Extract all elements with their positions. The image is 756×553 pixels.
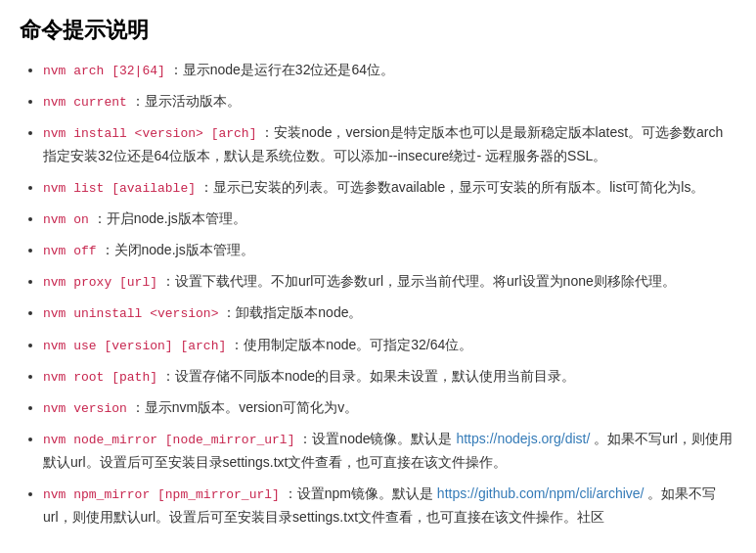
cmd-nvm-arch: nvm arch [32|64] xyxy=(43,64,165,78)
list-item: nvm list [available] ：显示已安装的列表。可选参数avail… xyxy=(43,176,736,200)
desc-nvm-uninstall: ：卸载指定版本node。 xyxy=(222,304,362,320)
list-item: nvm arch [32|64] ：显示node是运行在32位还是64位。 xyxy=(43,59,736,82)
list-item: nvm uninstall <version> ：卸载指定版本node。 xyxy=(43,301,736,325)
cmd-nvm-uninstall: nvm uninstall <version> xyxy=(43,306,218,321)
cmd-nvm-off: nvm off xyxy=(43,244,97,258)
cmd-nvm-npm-mirror: nvm npm_mirror [npm_mirror_url] xyxy=(43,487,280,502)
cmd-nvm-on: nvm on xyxy=(43,212,89,227)
cmd-nvm-version: nvm version xyxy=(43,401,127,416)
desc-nvm-version: ：显示nvm版本。version可简化为v。 xyxy=(131,399,359,415)
list-item: nvm current ：显示活动版本。 xyxy=(43,90,736,114)
desc-nvm-node-mirror-before: ：设置node镜像。默认是 xyxy=(298,431,456,446)
list-item: nvm node_mirror [node_mirror_url] ：设置nod… xyxy=(43,428,736,475)
desc-nvm-current: ：显示活动版本。 xyxy=(131,93,241,109)
list-item: nvm on ：开启node.js版本管理。 xyxy=(43,207,736,231)
desc-nvm-list: ：显示已安装的列表。可选参数available，显示可安装的所有版本。list可… xyxy=(200,179,704,195)
command-list: nvm arch [32|64] ：显示node是运行在32位还是64位。 nv… xyxy=(20,59,736,530)
desc-nvm-npm-mirror-before: ：设置npm镜像。默认是 xyxy=(284,485,437,501)
cmd-nvm-root: nvm root [path] xyxy=(43,370,157,385)
list-item: nvm npm_mirror [npm_mirror_url] ：设置npm镜像… xyxy=(43,483,736,530)
cmd-nvm-node-mirror: nvm node_mirror [node_mirror_url] xyxy=(43,433,294,447)
link-nodejs-dist[interactable]: https://nodejs.org/dist/ xyxy=(456,431,590,446)
desc-nvm-proxy: ：设置下载代理。不加url可选参数url，显示当前代理。将url设置为none则… xyxy=(161,273,676,289)
desc-nvm-on: ：开启node.js版本管理。 xyxy=(93,210,246,226)
cmd-nvm-list: nvm list [available] xyxy=(43,181,196,196)
list-item: nvm version ：显示nvm版本。version可简化为v。 xyxy=(43,396,736,420)
desc-nvm-root: ：设置存储不同版本node的目录。如果未设置，默认使用当前目录。 xyxy=(161,368,575,384)
cmd-nvm-install: nvm install <version> [arch] xyxy=(43,126,256,141)
list-item: nvm root [path] ：设置存储不同版本node的目录。如果未设置，默… xyxy=(43,365,736,389)
cmd-nvm-use: nvm use [version] [arch] xyxy=(43,339,226,353)
desc-nvm-off: ：关闭node.js版本管理。 xyxy=(101,242,254,257)
list-item: nvm install <version> [arch] ：安装node，ver… xyxy=(43,121,736,168)
desc-nvm-arch: ：显示node是运行在32位还是64位。 xyxy=(169,62,394,77)
desc-nvm-use: ：使用制定版本node。可指定32/64位。 xyxy=(230,337,472,352)
list-item: nvm proxy [url] ：设置下载代理。不加url可选参数url，显示当… xyxy=(43,270,736,294)
list-item: nvm off ：关闭node.js版本管理。 xyxy=(43,239,736,262)
page-title: 命令提示说明 xyxy=(20,16,736,45)
cmd-nvm-proxy: nvm proxy [url] xyxy=(43,275,157,290)
list-item: nvm use [version] [arch] ：使用制定版本node。可指定… xyxy=(43,334,736,357)
link-npm-archive[interactable]: https://github.com/npm/cli/archive/ xyxy=(437,485,645,501)
cmd-nvm-current: nvm current xyxy=(43,95,127,110)
